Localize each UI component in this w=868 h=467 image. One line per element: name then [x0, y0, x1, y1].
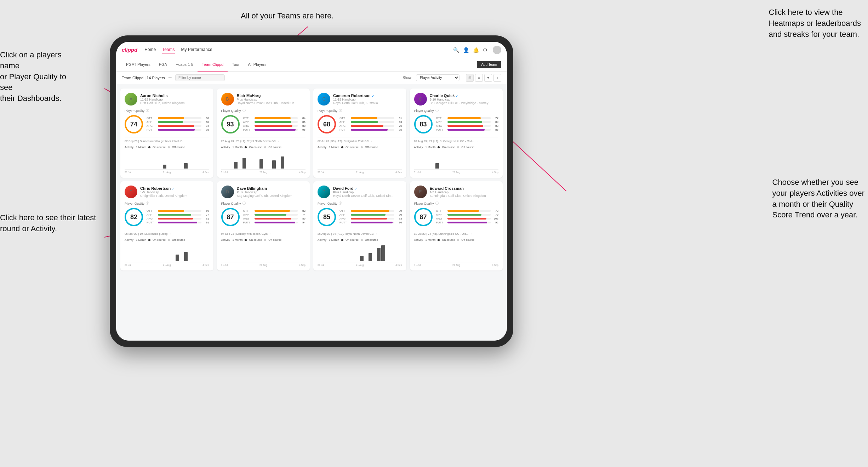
player-avatar[interactable]: C: [318, 93, 330, 106]
stat-bar-bg-arg: [255, 218, 298, 220]
stat-value-arg: 83: [396, 217, 402, 220]
tab-hcaps[interactable]: Hcaps 1-5: [171, 58, 198, 72]
player-name[interactable]: Aaron Nicholls: [140, 93, 209, 98]
stat-value-putt: 92: [492, 221, 498, 224]
player-avatar[interactable]: B: [221, 93, 234, 106]
tab-pga[interactable]: PGA: [155, 58, 171, 72]
player-name[interactable]: Edward Crossman: [430, 186, 499, 190]
latest-round[interactable]: 07 Aug 23 | 77 (+7), St George's Hill GC…: [414, 137, 499, 143]
sort-icon[interactable]: ↕: [493, 74, 501, 82]
view-icons: ⊞ ≡ ▼ ↕: [466, 74, 501, 82]
settings-icon[interactable]: ⚙: [483, 47, 489, 53]
quality-circle[interactable]: 74: [125, 115, 143, 133]
filter-input[interactable]: [175, 74, 225, 81]
stat-label-putt: PUTT: [243, 221, 253, 224]
player-name[interactable]: Charlie Quick ✓: [430, 93, 499, 98]
on-course-label: On course: [442, 146, 455, 149]
stat-row-putt: PUTT 85: [147, 128, 209, 131]
player-handicap: Plus Handicap: [237, 98, 306, 101]
off-course-dot: [168, 146, 170, 148]
player-avatar[interactable]: D: [318, 186, 330, 198]
chart-label-end: 4 Sep: [492, 171, 498, 173]
quality-circle[interactable]: 87: [221, 208, 240, 226]
nav-teams[interactable]: Teams: [162, 46, 175, 53]
ipad-screen: clippd Home Teams My Performance 🔍 👤 🔔 ⚙…: [116, 42, 507, 341]
nav-logo[interactable]: clippd: [122, 47, 137, 53]
player-club: Royal North Devon Golf Club, United Kin.…: [333, 194, 402, 198]
latest-round[interactable]: 02 Sep 23 | Sunset round to get back int…: [125, 137, 209, 143]
chart-label-start: 31 Jul: [414, 264, 421, 266]
player-avatar[interactable]: E: [414, 186, 427, 198]
player-name[interactable]: Dave Billingham: [237, 186, 306, 190]
stat-bar-arg: [255, 125, 293, 127]
stat-row-ott: OTT 89: [339, 209, 402, 212]
latest-round[interactable]: 26 Aug 23 | 73 (+1), Royal North Devon G…: [221, 137, 306, 143]
stat-bar-bg-ott: [447, 210, 491, 212]
show-select[interactable]: Player Activity Quality Score Trend: [416, 74, 459, 81]
activity-chart: [318, 243, 402, 262]
stat-row-ott: OTT 60: [147, 116, 209, 120]
stat-row-arg: ARG 103: [436, 217, 499, 220]
player-header: C Chris Robertson ✓ 1-5 Handicap Craigmi…: [125, 186, 209, 198]
tab-pgat[interactable]: PGAT Players: [122, 58, 155, 72]
user-icon[interactable]: 👤: [463, 47, 469, 53]
quality-circle[interactable]: 87: [414, 208, 433, 226]
stat-label-putt: PUTT: [339, 128, 349, 131]
player-name[interactable]: David Ford ✓: [333, 186, 402, 190]
on-course-dot: [341, 146, 343, 148]
list-view-icon[interactable]: ≡: [475, 74, 483, 82]
stat-row-app: APP 79: [436, 213, 499, 216]
off-course-label: Off course: [365, 238, 378, 241]
nav-home[interactable]: Home: [144, 46, 156, 53]
player-avatar[interactable]: C: [414, 93, 427, 106]
quality-circle[interactable]: 68: [318, 115, 336, 133]
latest-round[interactable]: 26 Aug 23 | 84 (+12), Royal North Devon …: [318, 230, 402, 235]
stat-row-app: APP 80: [339, 213, 402, 216]
player-name[interactable]: Chris Robertson ✓: [140, 186, 209, 190]
edit-icon[interactable]: ✏: [169, 75, 172, 80]
stat-label-ott: OTT: [147, 116, 156, 120]
grid-view-icon[interactable]: ⊞: [466, 74, 474, 82]
avatar[interactable]: [493, 46, 501, 54]
player-avatar[interactable]: D: [221, 186, 234, 198]
player-avatar[interactable]: A: [125, 93, 137, 106]
latest-round-text: 26 Aug 23 | 73 (+1), Royal North Devon G…: [221, 139, 280, 143]
chart-label-mid: 21 Aug: [452, 264, 460, 266]
player-name[interactable]: Blair McHarg: [237, 93, 306, 98]
off-course-label: Off course: [172, 238, 185, 241]
player-info: Blair McHarg Plus Handicap Royal North D…: [237, 93, 306, 105]
stat-label-app: APP: [243, 120, 253, 124]
player-avatar[interactable]: C: [125, 186, 137, 198]
toolbar: Team Clippd | 14 Players ✏ Show: Player …: [116, 72, 507, 84]
latest-round[interactable]: 18 Jul 23 | 74 (+3), Sunningdale GC - Ol…: [414, 230, 499, 235]
tab-tour[interactable]: Tour: [228, 58, 244, 72]
tab-team-clippd[interactable]: Team Clippd: [198, 58, 228, 72]
chart-label-start: 31 Jul: [221, 264, 228, 266]
show-label: Show:: [402, 76, 412, 80]
quality-circle[interactable]: 82: [125, 208, 143, 226]
add-team-button[interactable]: Add Team: [477, 61, 501, 68]
quality-circle[interactable]: 85: [318, 208, 336, 226]
stat-bar-bg-arg: [447, 125, 491, 127]
stat-bar-app: [351, 121, 378, 123]
latest-round[interactable]: 04 Sep 23 | Mobility with coach, Gym →: [221, 230, 306, 235]
quality-circle[interactable]: 83: [414, 115, 433, 133]
player-name[interactable]: Cameron Robertson ✓: [333, 93, 402, 98]
stat-bar-putt: [351, 222, 393, 223]
quality-circle[interactable]: 93: [221, 115, 240, 133]
latest-round[interactable]: 02 Jul 23 | 59 (+17), Craigmillar Park G…: [318, 137, 402, 143]
stats-list: OTT 84 APP 85 ARG 88 PU: [243, 116, 306, 132]
chart-label-start: 31 Jul: [318, 171, 324, 173]
nav-performance[interactable]: My Performance: [181, 46, 212, 53]
search-icon[interactable]: 🔍: [453, 47, 459, 53]
stat-value-ott: 84: [299, 116, 305, 120]
chart-label-end: 4 Sep: [492, 264, 498, 266]
latest-round[interactable]: 05 Mar 23 | 19, Must make putting →: [125, 230, 209, 235]
filter-icon[interactable]: ▼: [484, 74, 492, 82]
stat-value-app: 58: [203, 120, 209, 124]
stat-row-putt: PUTT 92: [436, 221, 499, 224]
stat-label-putt: PUTT: [147, 128, 156, 131]
tab-all-players[interactable]: All Players: [244, 58, 271, 72]
quality-content: 68 OTT 61 APP 63 ARG 75: [318, 115, 402, 133]
bell-icon[interactable]: 🔔: [473, 47, 479, 53]
